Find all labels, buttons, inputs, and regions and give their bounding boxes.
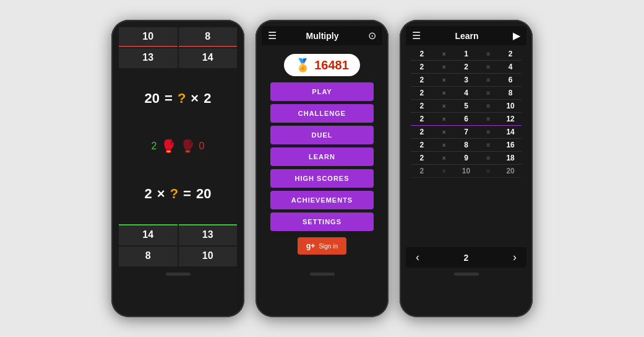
duel-button[interactable]: DUEL [270,126,374,144]
signin-button[interactable]: g+ Sign in [298,237,346,255]
table-row: 2 × 4 = 8 [411,87,522,100]
achievements-button[interactable]: ACHIEVEMENTS [270,191,374,209]
camera-icon[interactable]: ⊙ [368,30,376,42]
game-middle: 20 = ? × 2 2 🥊 🥊 0 2 × ? [118,69,238,223]
hamburger-icon[interactable]: ☰ [268,30,277,42]
phone-bottom-bar-3 [454,273,479,276]
phone-bottom-bar [166,273,191,276]
learn-footer: ‹ 2 › [406,247,526,268]
table-row: 2 × 2 = 4 [411,61,522,74]
cell-8b[interactable]: 8 [119,247,178,266]
play-button[interactable]: PLAY [270,82,374,101]
hamburger-icon-learn[interactable]: ☰ [412,30,421,42]
bottom-grid: 14 13 8 10 [118,223,238,268]
menu-header: ☰ Multiply ⊙ [262,26,382,45]
app-title: Multiply [306,31,339,41]
table-row: 2 × 1 = 2 [411,48,522,61]
phone-1: 10 8 13 14 20 = ? × [111,20,244,317]
phone-3: ☰ Learn ▶ 2 × 1 = 2 2 × 2 = [400,20,533,317]
score-badge: 🏅 16481 [284,54,360,76]
cell-14[interactable]: 14 [179,48,238,68]
medal-icon: 🏅 [295,58,311,72]
high-scores-button[interactable]: HIGH SCORES [270,169,374,188]
table-row: 2 × 9 = 18 [411,152,522,165]
next-page-button[interactable]: › [513,251,517,264]
cell-13b[interactable]: 13 [179,224,238,245]
google-plus-icon: g+ [306,242,315,250]
learn-table: 2 × 1 = 2 2 × 2 = 4 2 × 3 [406,45,526,247]
cell-10b[interactable]: 10 [179,247,238,266]
page-number: 2 [464,253,469,263]
math-row-1: 20 = ? × 2 [145,90,212,107]
table-row: 2 × 8 = 16 [411,139,522,152]
phone-2: ☰ Multiply ⊙ 🏅 16481 PLAY CHALLENGE DUEL… [255,20,389,317]
learn-screen: ☰ Learn ▶ 2 × 1 = 2 2 × 2 = [406,26,526,268]
play-icon-button[interactable]: ▶ [513,30,520,42]
prev-page-button[interactable]: ‹ [416,251,419,264]
cell-13[interactable]: 13 [119,48,178,68]
table-row: 2 × 6 = 12 [411,113,522,126]
cell-8[interactable]: 8 [179,27,238,47]
score-value: 16481 [314,58,349,72]
challenge-button[interactable]: CHALLENGE [270,104,374,123]
phone-bottom-bar-2 [310,273,335,276]
game-screen: 10 8 13 14 20 = ? × [118,26,238,268]
learn-header: ☰ Learn ▶ [406,26,526,45]
learn-button[interactable]: LEARN [270,147,374,166]
boxing-row: 2 🥊 🥊 0 [152,139,205,154]
table-row: 2 × 10 = 20 [411,165,522,178]
signin-label: Sign in [319,243,338,250]
table-row: 2 × 5 = 10 [411,100,522,113]
settings-button[interactable]: SETTINGS [270,212,374,231]
cell-14b[interactable]: 14 [119,224,178,245]
learn-title: Learn [455,31,478,41]
cell-10[interactable]: 10 [119,27,178,47]
table-row: 2 × 3 = 6 [411,74,522,87]
top-grid: 10 8 13 14 [118,26,238,69]
math-row-2: 2 × ? = 20 [145,186,212,202]
menu-buttons: PLAY CHALLENGE DUEL LEARN HIGH SCORES AC… [262,82,382,231]
table-row: 2 × 7 = 14 [411,126,522,139]
menu-screen: ☰ Multiply ⊙ 🏅 16481 PLAY CHALLENGE DUEL… [262,26,382,268]
